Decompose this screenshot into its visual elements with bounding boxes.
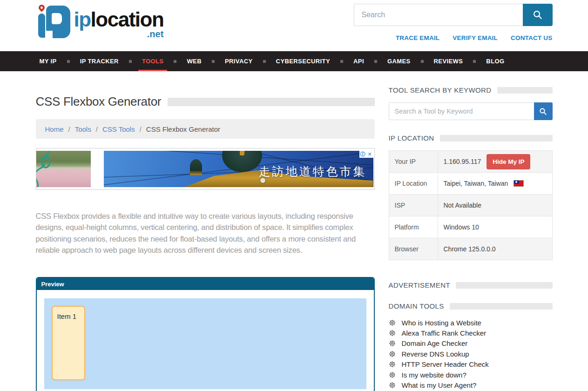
list-item[interactable]: Who is Hosting a Website <box>389 317 553 328</box>
search-icon <box>533 10 543 20</box>
list-item[interactable]: Reverse DNS Lookup <box>389 349 553 359</box>
domain-tool-link[interactable]: Reverse DNS Lookup <box>402 350 469 358</box>
nav-separator <box>473 60 476 63</box>
hide-my-ip-button[interactable]: Hide My IP <box>487 154 530 169</box>
preview-panel: Preview Item 1 <box>36 277 375 391</box>
nav-item-ip-tracker[interactable]: IP TRACKER <box>76 51 122 71</box>
nav-item-web[interactable]: WEB <box>183 51 205 71</box>
table-row: Your IP 1.160.95.117 Hide My IP <box>389 151 552 173</box>
isp-value: Not Available <box>438 195 552 216</box>
heading-decorative-bar <box>450 303 553 310</box>
row-label: Your IP <box>389 151 438 173</box>
platform-value: Windows 10 <box>438 216 552 238</box>
logo-wordmark: iplocation .net <box>74 9 164 40</box>
your-ip-value: 1.160.95.117 <box>444 158 481 165</box>
nav-separator <box>340 60 343 63</box>
heading-decorative-bar <box>456 282 553 289</box>
header-search-input[interactable] <box>354 4 523 26</box>
gear-icon <box>389 319 396 326</box>
nav-separator <box>212 60 215 63</box>
tool-search-heading: TOOL SEARCH BY KEYWORD <box>389 86 492 94</box>
tool-search-input[interactable] <box>389 102 534 120</box>
nav-separator <box>174 60 176 63</box>
map-pin-icon <box>37 3 46 12</box>
ip-location-heading: IP LOCATION <box>389 134 434 142</box>
header-links: TRACE EMAIL VERIFY EMAIL CONTACT US <box>396 34 553 41</box>
logo-text-location: location <box>91 8 164 31</box>
ip-location-table: Your IP 1.160.95.117 Hide My IP IP Locat… <box>389 150 553 260</box>
breadcrumb-css-tools[interactable]: CSS Tools <box>102 125 135 133</box>
tool-description: CSS Flexbox provides a flexible and intu… <box>36 210 366 256</box>
gear-icon <box>389 382 396 389</box>
header-search-form <box>354 4 553 26</box>
domain-tool-link[interactable]: Is my website down? <box>402 371 466 379</box>
nav-item-my-ip[interactable]: MY IP <box>36 51 61 71</box>
list-item[interactable]: What is my User Agent? <box>389 380 553 390</box>
domain-tool-link[interactable]: Alexa Traffic Rank Checker <box>402 329 486 337</box>
breadcrumb: Home / Tools / CSS Tools / CSS Flexbox G… <box>36 119 375 139</box>
gear-icon <box>389 371 396 378</box>
site-logo[interactable]: iplocation .net <box>36 4 164 42</box>
list-item[interactable]: Is my website down? <box>389 370 553 380</box>
breadcrumb-tools[interactable]: Tools <box>75 125 91 133</box>
table-row: Platform Windows 10 <box>389 216 552 238</box>
nav-item-tools[interactable]: TOOLS <box>138 51 168 71</box>
heading-decorative-bar <box>440 135 553 142</box>
ad-info-icon[interactable]: ⓘ <box>359 151 366 158</box>
nav-item-blog[interactable]: BLOG <box>482 51 508 71</box>
ip-location-value: Taipei, Taiwan, Taiwan <box>444 180 508 187</box>
heading-decorative-bar <box>497 87 553 94</box>
title-decorative-bar <box>168 98 374 106</box>
ad-close-icon[interactable]: ✕ <box>366 151 373 158</box>
nav-separator <box>129 60 132 63</box>
nav-item-api[interactable]: API <box>350 51 368 71</box>
list-item[interactable]: Alexa Traffic Rank Checker <box>389 328 553 338</box>
domain-tools-heading: DOMAIN TOOLS <box>389 302 444 310</box>
logo-ip-icon <box>36 4 72 42</box>
nav-separator <box>263 60 266 63</box>
ad-banner[interactable]: 走訪地道特色市集 ⓘ ✕ <box>36 148 375 190</box>
nav-item-cybersecurity[interactable]: CYBERSECURITY <box>272 51 334 71</box>
flexbox-preview-container: Item 1 <box>44 298 366 389</box>
gear-icon <box>389 330 396 337</box>
domain-tool-link[interactable]: What is my User Agent? <box>402 381 477 389</box>
breadcrumb-separator: / <box>68 125 70 133</box>
nav-separator <box>374 60 377 63</box>
nav-separator <box>421 60 424 63</box>
ad-left-image <box>36 151 91 187</box>
domain-tool-link[interactable]: Domain Age Checker <box>402 339 468 347</box>
advertisement-heading: ADVERTISEMENT <box>389 281 450 289</box>
breadcrumb-home[interactable]: Home <box>45 125 64 133</box>
domain-tool-link[interactable]: HTTP Server Header Check <box>402 360 489 368</box>
list-item[interactable]: Domain Age Checker <box>389 338 553 349</box>
table-row: IP Location Taipei, Taiwan, Taiwan <box>389 173 552 195</box>
domain-tool-link[interactable]: Who is Hosting a Website <box>402 319 481 327</box>
tool-search-form <box>389 102 553 120</box>
nav-item-privacy[interactable]: PRIVACY <box>221 51 257 71</box>
breadcrumb-separator: / <box>96 125 98 133</box>
contact-us-link[interactable]: CONTACT US <box>511 34 553 41</box>
nav-item-reviews[interactable]: REVIEWS <box>430 51 467 71</box>
tool-search-button[interactable] <box>534 102 553 120</box>
verify-email-link[interactable]: VERIFY EMAIL <box>453 34 498 41</box>
trace-email-link[interactable]: TRACE EMAIL <box>396 34 439 41</box>
page-title: CSS Flexbox Generator <box>36 94 162 109</box>
building-turret <box>190 159 202 175</box>
header-search-button[interactable] <box>523 4 553 26</box>
row-label: ISP <box>389 195 438 216</box>
list-item[interactable]: HTTP Server Header Check <box>389 359 553 370</box>
gear-icon <box>389 361 396 368</box>
nav-item-games[interactable]: GAMES <box>384 51 414 71</box>
row-label: IP Location <box>389 173 438 195</box>
main-nav: MY IP IP TRACKER TOOLS WEB PRIVACY CYBER… <box>0 51 588 71</box>
browser-value: Chrome 125.0.0.0 <box>438 238 552 260</box>
row-label: Browser <box>389 238 438 260</box>
domain-tools-list: Who is Hosting a Website Alexa Traffic R… <box>389 317 553 391</box>
gear-icon <box>389 351 396 357</box>
logo-text-ip: ip <box>74 8 91 31</box>
preview-panel-header: Preview <box>37 278 374 290</box>
preview-title: Preview <box>41 281 64 288</box>
ad-main-image: 走訪地道特色市集 ⓘ ✕ <box>104 151 373 187</box>
flex-item-1[interactable]: Item 1 <box>52 306 85 380</box>
site-header: iplocation .net TRACE EMAIL VERIFY EMAIL… <box>36 0 553 51</box>
